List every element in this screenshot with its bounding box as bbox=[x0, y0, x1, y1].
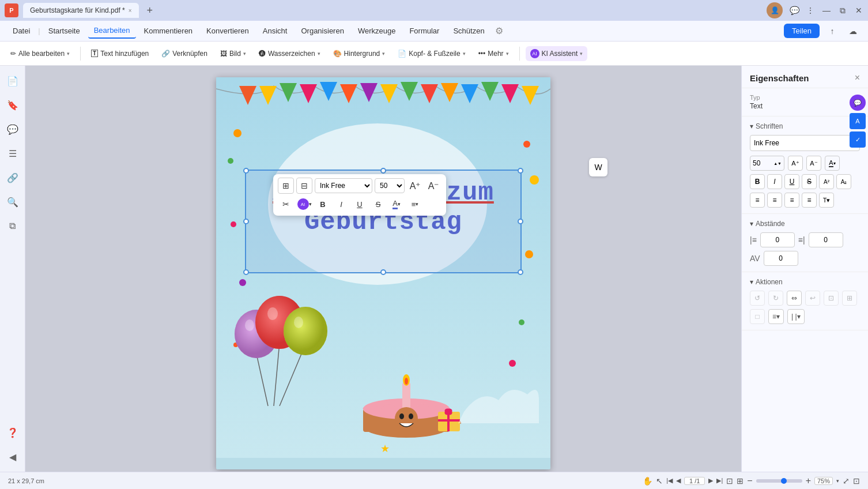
menu-ansicht[interactable]: Ansicht bbox=[257, 24, 293, 38]
fit-width-button[interactable]: ⊞ bbox=[737, 476, 744, 486]
ft-italic-button[interactable]: I bbox=[333, 196, 349, 212]
handle-tl[interactable] bbox=[243, 168, 249, 174]
settings-icon[interactable]: ⚙ bbox=[495, 25, 503, 36]
strikethrough-button[interactable]: S bbox=[802, 174, 817, 189]
minimize-button[interactable]: — bbox=[822, 6, 831, 15]
undo-action-button[interactable]: ↺ bbox=[750, 291, 765, 306]
upload-icon[interactable]: ↑ bbox=[824, 23, 840, 39]
hintergrund-button[interactable]: 🎨 Hintergrund ▾ bbox=[329, 47, 390, 61]
align-left-button[interactable]: ≡ bbox=[750, 193, 765, 208]
ft-layout-button[interactable]: ⊟ bbox=[296, 178, 312, 194]
next-page-button[interactable]: ▶| bbox=[716, 477, 723, 484]
text-hinzufuegen-button[interactable]: T Text hinzufügen bbox=[86, 47, 153, 61]
sidebar-list-icon[interactable]: ☰ bbox=[2, 143, 23, 164]
align-right-button[interactable]: ≡ bbox=[784, 193, 799, 208]
font-size-select[interactable]: 50 ▲▼ bbox=[750, 156, 784, 171]
underline-button[interactable]: U bbox=[784, 174, 799, 189]
alle-bearbeiten-button[interactable]: ✏ Alle bearbeiten ▾ bbox=[6, 47, 74, 61]
italic-button[interactable]: I bbox=[767, 174, 782, 189]
menu-datei[interactable]: Datei bbox=[7, 24, 36, 38]
zoom-thumb[interactable] bbox=[781, 478, 787, 484]
handle-bl[interactable] bbox=[243, 269, 249, 275]
extract-button[interactable]: ⊞ bbox=[842, 291, 857, 306]
forward-button[interactable]: ▶ bbox=[708, 477, 713, 484]
spacing-left-input[interactable] bbox=[760, 232, 795, 247]
text-color-button[interactable]: A ▾ bbox=[825, 156, 840, 171]
ft-increase-size-button[interactable]: A⁺ bbox=[407, 178, 423, 194]
ki-assistent-button[interactable]: AI KI Assistent ▾ bbox=[526, 46, 588, 61]
kopf-fusszeile-button[interactable]: 📄 Kopf- & Fußzeile ▾ bbox=[393, 47, 470, 61]
ft-ai-button[interactable]: AI ▾ bbox=[296, 196, 312, 212]
menu-icon[interactable]: ⋮ bbox=[806, 6, 815, 15]
rotate-button[interactable]: ↩ bbox=[805, 291, 820, 306]
chat-icon[interactable]: 💬 bbox=[790, 6, 799, 15]
cursor-icon[interactable]: ↖ bbox=[656, 476, 663, 486]
menu-kommentieren[interactable]: Kommentieren bbox=[138, 24, 199, 38]
ft-cut-button[interactable]: ✂ bbox=[278, 196, 294, 212]
bild-button[interactable]: 🖼 Bild ▾ bbox=[216, 47, 251, 61]
zoom-dropdown-button[interactable]: ▾ bbox=[836, 478, 839, 484]
ft-size-select[interactable]: 50 bbox=[375, 178, 405, 193]
zoom-out-button[interactable]: − bbox=[747, 476, 752, 486]
panel-close-button[interactable]: × bbox=[855, 73, 860, 83]
ft-text-format-button[interactable]: ⊞ bbox=[278, 178, 294, 194]
handle-mr[interactable] bbox=[518, 219, 523, 224]
chat-tool-button[interactable]: 💬 bbox=[850, 95, 866, 111]
translate-tool-button[interactable]: A bbox=[850, 113, 866, 129]
menu-werkzeuge[interactable]: Werkzeuge bbox=[352, 24, 402, 38]
ft-align-button[interactable]: ≡ ▾ bbox=[407, 196, 423, 212]
add-tab-button[interactable]: + bbox=[144, 5, 157, 17]
align-objects-button[interactable]: ≡▾ bbox=[768, 309, 784, 324]
verknupfen-button[interactable]: 🔗 Verknüpfen bbox=[157, 47, 212, 61]
ft-font-color-button[interactable]: A ▾ bbox=[388, 196, 405, 212]
handle-tr[interactable] bbox=[518, 168, 523, 174]
close-window-button[interactable]: ✕ bbox=[854, 6, 863, 15]
menu-startseite[interactable]: Startseite bbox=[43, 24, 86, 38]
fit-page-button[interactable]: ⊡ bbox=[726, 476, 733, 486]
menu-bearbeiten[interactable]: Bearbeiten bbox=[88, 23, 136, 39]
tab-close-button[interactable]: × bbox=[129, 7, 132, 14]
check-tool-button[interactable]: ✓ bbox=[850, 131, 866, 148]
increase-font-button[interactable]: A⁺ bbox=[788, 156, 803, 171]
sidebar-collapse-icon[interactable]: ◀ bbox=[2, 446, 23, 467]
handle-br[interactable] bbox=[518, 269, 523, 275]
sidebar-page-icon[interactable]: 📄 bbox=[2, 70, 23, 91]
menu-formular[interactable]: Formular bbox=[403, 24, 445, 38]
ft-bold-button[interactable]: B bbox=[315, 196, 331, 212]
ft-font-select[interactable]: Ink Free bbox=[315, 178, 372, 193]
active-tab[interactable]: Geburtstagskarte für Kind.pdf * × bbox=[23, 3, 139, 18]
zoom-in-button[interactable]: + bbox=[806, 476, 811, 486]
prev-page-button[interactable]: |◀ bbox=[666, 477, 673, 484]
handle-tm[interactable] bbox=[380, 168, 386, 174]
wasserzeichen-button[interactable]: 🅐 Wasserzeichen ▾ bbox=[254, 47, 325, 61]
decrease-font-button[interactable]: A⁻ bbox=[806, 156, 821, 171]
translate-icon[interactable]: W bbox=[589, 158, 607, 176]
back-button[interactable]: ◀ bbox=[676, 477, 681, 484]
cloud-icon[interactable]: ☁ bbox=[845, 23, 861, 39]
mehr-button[interactable]: ••• Mehr ▾ bbox=[474, 47, 514, 61]
distribute-button[interactable]: | |▾ bbox=[787, 309, 805, 324]
handle-bm[interactable] bbox=[380, 269, 386, 275]
subscript-button[interactable]: A₂ bbox=[836, 174, 851, 189]
frame-button[interactable]: □ bbox=[750, 309, 765, 324]
hand-tool-icon[interactable]: ✋ bbox=[643, 476, 652, 486]
bold-button[interactable]: B bbox=[750, 174, 765, 189]
spacing-right-input[interactable] bbox=[809, 232, 843, 247]
menu-organisieren[interactable]: Organisieren bbox=[295, 24, 349, 38]
sidebar-comment-icon[interactable]: 💬 bbox=[2, 119, 23, 140]
superscript-button[interactable]: A² bbox=[819, 174, 834, 189]
sidebar-help-icon[interactable]: ❓ bbox=[2, 422, 23, 443]
ft-strikethrough-button[interactable]: S bbox=[370, 196, 386, 212]
font-dropdown[interactable]: Ink Free ▾ bbox=[750, 135, 860, 151]
align-center-button[interactable]: ≡ bbox=[767, 193, 782, 208]
share-button[interactable]: Teilen bbox=[784, 24, 820, 38]
sidebar-bookmark-icon[interactable]: 🔖 bbox=[2, 95, 23, 115]
redo-action-button[interactable]: ↻ bbox=[768, 291, 783, 306]
fullscreen-button[interactable]: ⊡ bbox=[853, 476, 860, 486]
char-spacing-input[interactable] bbox=[764, 251, 798, 266]
fit-screen-button[interactable]: ⤢ bbox=[843, 476, 850, 486]
handle-ml[interactable] bbox=[243, 219, 249, 224]
ft-decrease-size-button[interactable]: A⁻ bbox=[425, 178, 441, 194]
ft-underline-button[interactable]: U bbox=[352, 196, 368, 212]
sidebar-layers-icon[interactable]: ⧉ bbox=[2, 216, 23, 236]
